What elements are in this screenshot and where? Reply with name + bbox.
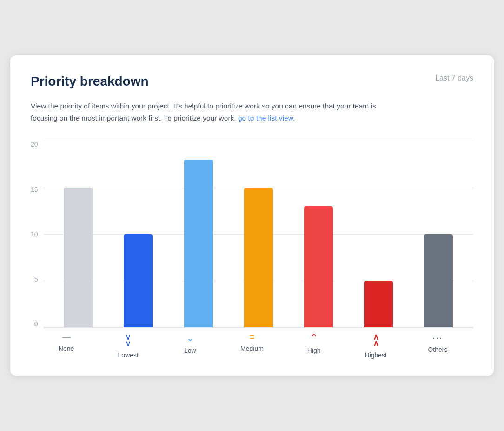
x-label-medium: Medium [240,345,264,352]
bar-col-none [48,141,108,327]
bar-col-others [409,141,469,327]
bar-col-lowest [108,141,168,327]
x-icon-high: ⌃ [310,333,318,343]
card: Priority breakdown Last 7 days View the … [10,55,494,376]
bar-medium [244,188,273,327]
x-icon-highest: ∧∧ [373,333,379,348]
bar-col-high [288,141,348,327]
bar-highest [364,281,393,327]
bar-low [184,160,213,327]
description-text-before: View the priority of items within your p… [31,102,376,122]
x-label-low: Low [184,347,196,354]
x-label-none: None [59,345,74,352]
bar-others [424,234,453,327]
x-axis: —None∨∨Lowest⌄Low≡Medium⌃High∧∧Highest··… [31,328,473,359]
bar-col-low [168,141,228,327]
card-header: Priority breakdown Last 7 days [31,74,473,89]
card-subtitle: Last 7 days [435,74,473,82]
x-label-lowest: Lowest [118,351,139,359]
x-icon-medium: ≡ [250,333,255,341]
x-icon-others: ··· [432,333,443,342]
x-item-low: ⌄Low [159,328,221,359]
y-axis-label: 0 [34,321,38,327]
card-title: Priority breakdown [31,74,149,89]
y-axis-label: 15 [31,186,38,193]
x-item-none: —None [35,328,97,359]
list-view-link[interactable]: go to the list view. [238,114,295,122]
y-axis: 20151050 [31,141,44,327]
bar-high [304,206,333,327]
x-item-highest: ∧∧Highest [345,328,407,359]
card-description: View the priority of items within your p… [31,100,384,125]
bars-and-grid [44,141,473,327]
x-item-others: ···Others [407,328,469,359]
bar-col-medium [228,141,288,327]
x-icon-low: ⌄ [186,333,194,343]
x-item-lowest: ∨∨Lowest [97,328,159,359]
x-label-high: High [307,347,321,354]
x-label-highest: Highest [365,351,387,359]
bar-none [64,188,93,327]
bar-lowest [124,234,153,327]
bars-row [44,141,473,327]
x-label-others: Others [428,346,447,353]
chart-area: 20151050 —None∨∨Lowest⌄Low≡Medium⌃High∧∧… [31,141,473,359]
y-axis-label: 5 [34,276,38,283]
x-item-medium: ≡Medium [221,328,283,359]
x-icon-lowest: ∨∨ [125,333,131,348]
x-icon-none: — [62,333,71,341]
y-axis-label: 10 [31,231,38,237]
bar-col-highest [349,141,409,327]
x-item-high: ⌃High [283,328,345,359]
chart-body [44,141,473,328]
y-axis-label: 20 [31,141,38,148]
chart-inner: 20151050 [31,141,473,328]
